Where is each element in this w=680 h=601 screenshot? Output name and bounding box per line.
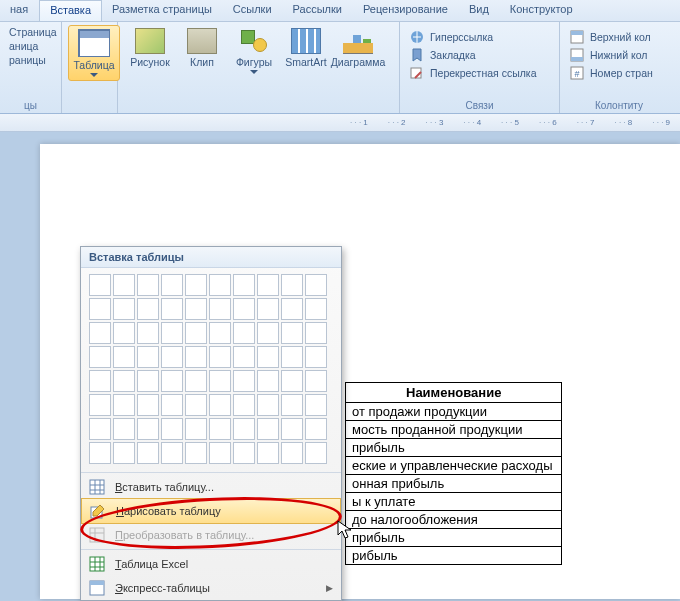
grid-cell[interactable] xyxy=(233,442,255,464)
grid-cell[interactable] xyxy=(305,322,327,344)
grid-cell[interactable] xyxy=(113,322,135,344)
crossref-button[interactable]: Перекрестная ссылка xyxy=(406,64,553,82)
grid-cell[interactable] xyxy=(233,418,255,440)
table-cell[interactable]: прибыль xyxy=(346,529,562,547)
grid-cell[interactable] xyxy=(137,274,159,296)
grid-cell[interactable] xyxy=(185,418,207,440)
grid-cell[interactable] xyxy=(305,346,327,368)
grid-cell[interactable] xyxy=(161,394,183,416)
grid-cell[interactable] xyxy=(209,298,231,320)
grid-cell[interactable] xyxy=(185,370,207,392)
table-cell[interactable]: рибыль xyxy=(346,547,562,565)
grid-cell[interactable] xyxy=(209,274,231,296)
grid-cell[interactable] xyxy=(113,346,135,368)
grid-cell[interactable] xyxy=(257,346,279,368)
grid-cell[interactable] xyxy=(137,394,159,416)
table-cell[interactable]: онная прибыль xyxy=(346,475,562,493)
grid-cell[interactable] xyxy=(305,274,327,296)
table-cell[interactable]: ы к уплате xyxy=(346,493,562,511)
grid-cell[interactable] xyxy=(161,418,183,440)
grid-cell[interactable] xyxy=(137,322,159,344)
grid-cell[interactable] xyxy=(185,394,207,416)
grid-cell[interactable] xyxy=(281,274,303,296)
grid-cell[interactable] xyxy=(209,442,231,464)
grid-cell[interactable] xyxy=(281,298,303,320)
shapes-button[interactable]: Фигуры xyxy=(228,25,280,77)
grid-cell[interactable] xyxy=(281,370,303,392)
grid-cell[interactable] xyxy=(233,298,255,320)
menu-quick-tables[interactable]: Экспресс-таблицы ▶ xyxy=(81,576,341,600)
grid-cell[interactable] xyxy=(137,346,159,368)
header-button[interactable]: Верхний кол xyxy=(566,28,672,46)
table-header-cell[interactable]: Наименование xyxy=(346,383,562,403)
table-cell[interactable]: от продажи продукции xyxy=(346,403,562,421)
tab-review[interactable]: Рецензирование xyxy=(353,0,459,21)
grid-cell[interactable] xyxy=(185,346,207,368)
grid-cell[interactable] xyxy=(137,370,159,392)
grid-cell[interactable] xyxy=(257,370,279,392)
table-cell[interactable]: мость проданной продукции xyxy=(346,421,562,439)
grid-cell[interactable] xyxy=(161,346,183,368)
grid-cell[interactable] xyxy=(89,298,111,320)
grid-cell[interactable] xyxy=(113,394,135,416)
grid-cell[interactable] xyxy=(281,442,303,464)
grid-cell[interactable] xyxy=(257,394,279,416)
menu-excel-table[interactable]: Таблица Excel xyxy=(81,552,341,576)
grid-cell[interactable] xyxy=(257,442,279,464)
tab-mailings[interactable]: Рассылки xyxy=(283,0,353,21)
picture-button[interactable]: Рисунок xyxy=(124,25,176,77)
tab-references[interactable]: Ссылки xyxy=(223,0,283,21)
document-table[interactable]: Наименование от продажи продукции мость … xyxy=(345,382,562,565)
table-cell[interactable]: прибыль xyxy=(346,439,562,457)
tab-home[interactable]: ная xyxy=(0,0,39,21)
grid-cell[interactable] xyxy=(305,298,327,320)
grid-cell[interactable] xyxy=(233,346,255,368)
grid-cell[interactable] xyxy=(257,274,279,296)
table-cell[interactable]: еские и управленческие расходы xyxy=(346,457,562,475)
grid-cell[interactable] xyxy=(209,322,231,344)
menu-insert-table[interactable]: Вставить таблицу... xyxy=(81,475,341,499)
grid-cell[interactable] xyxy=(281,418,303,440)
tab-design[interactable]: Конструктор xyxy=(500,0,584,21)
table-grid-picker[interactable] xyxy=(81,268,341,470)
grid-cell[interactable] xyxy=(89,442,111,464)
grid-cell[interactable] xyxy=(209,394,231,416)
grid-cell[interactable] xyxy=(137,418,159,440)
grid-cell[interactable] xyxy=(161,370,183,392)
bookmark-button[interactable]: Закладка xyxy=(406,46,553,64)
table-cell[interactable]: до налогообложения xyxy=(346,511,562,529)
menu-draw-table[interactable]: Нарисовать таблицу xyxy=(81,498,341,524)
grid-cell[interactable] xyxy=(305,394,327,416)
smartart-button[interactable]: SmartArt xyxy=(280,25,332,77)
grid-cell[interactable] xyxy=(161,274,183,296)
grid-cell[interactable] xyxy=(113,274,135,296)
grid-cell[interactable] xyxy=(209,418,231,440)
hyperlink-button[interactable]: Гиперссылка xyxy=(406,28,553,46)
grid-cell[interactable] xyxy=(185,274,207,296)
grid-cell[interactable] xyxy=(233,274,255,296)
grid-cell[interactable] xyxy=(137,298,159,320)
grid-cell[interactable] xyxy=(209,370,231,392)
tab-view[interactable]: Вид xyxy=(459,0,500,21)
cover-page-button[interactable]: Страница xyxy=(6,25,55,39)
grid-cell[interactable] xyxy=(185,298,207,320)
grid-cell[interactable] xyxy=(185,442,207,464)
grid-cell[interactable] xyxy=(113,298,135,320)
grid-cell[interactable] xyxy=(113,418,135,440)
grid-cell[interactable] xyxy=(233,322,255,344)
pagenumber-button[interactable]: # Номер стран xyxy=(566,64,672,82)
grid-cell[interactable] xyxy=(89,274,111,296)
grid-cell[interactable] xyxy=(281,346,303,368)
grid-cell[interactable] xyxy=(281,394,303,416)
grid-cell[interactable] xyxy=(209,346,231,368)
grid-cell[interactable] xyxy=(161,442,183,464)
tab-insert[interactable]: Вставка xyxy=(39,0,102,21)
grid-cell[interactable] xyxy=(89,370,111,392)
clipart-button[interactable]: Клип xyxy=(176,25,228,77)
grid-cell[interactable] xyxy=(281,322,303,344)
page-break-button[interactable]: раницы xyxy=(6,53,55,67)
grid-cell[interactable] xyxy=(305,370,327,392)
grid-cell[interactable] xyxy=(257,418,279,440)
table-button[interactable]: Таблица xyxy=(68,25,120,81)
grid-cell[interactable] xyxy=(305,442,327,464)
